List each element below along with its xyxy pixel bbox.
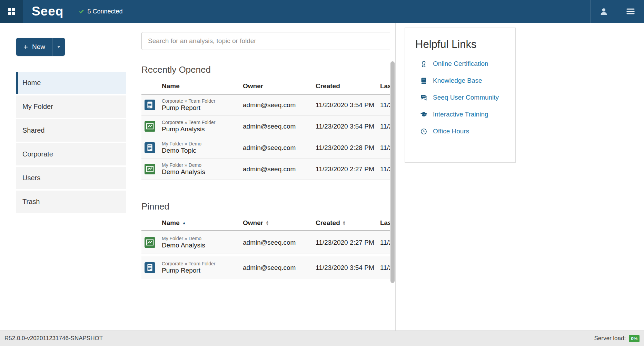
app-switcher-button[interactable] bbox=[0, 0, 23, 23]
link-office-hours[interactable]: Office Hours bbox=[420, 128, 510, 135]
sidebar-item-users[interactable]: Users bbox=[16, 167, 126, 189]
item-created: 11/23/2020 2:28 PM bbox=[316, 144, 380, 152]
item-name[interactable]: Demo Analysis bbox=[162, 242, 240, 249]
item-breadcrumb[interactable]: Corporate » Team Folder bbox=[162, 120, 240, 125]
knowledge-base-icon bbox=[420, 77, 427, 84]
item-breadcrumb[interactable]: Corporate » Team Folder bbox=[162, 261, 240, 266]
content-scrollbar[interactable] bbox=[390, 23, 396, 330]
item-name[interactable]: Pump Report bbox=[162, 104, 240, 112]
scrollbar-thumb[interactable] bbox=[390, 61, 395, 283]
hamburger-icon bbox=[626, 7, 635, 16]
item-created: 11/23/2020 3:54 PM bbox=[316, 264, 380, 272]
new-dropdown-button[interactable] bbox=[52, 38, 65, 56]
right-panel: Helpful Links Online Certification Knowl… bbox=[396, 23, 644, 330]
pinned-section-title: Pinned bbox=[141, 201, 390, 212]
item-owner: admin@seeq.com bbox=[243, 123, 316, 130]
item-owner: admin@seeq.com bbox=[243, 239, 316, 246]
caret-down-icon bbox=[57, 45, 61, 49]
item-created: 11/23/2020 3:54 PM bbox=[316, 101, 380, 109]
helpful-links-card: Helpful Links Online Certification Knowl… bbox=[405, 28, 516, 163]
hamburger-menu-button[interactable] bbox=[617, 0, 644, 23]
grid-icon bbox=[7, 7, 16, 16]
user-profile-button[interactable] bbox=[590, 0, 617, 23]
item-name[interactable]: Demo Topic bbox=[162, 147, 240, 154]
check-icon bbox=[79, 9, 84, 14]
analysis-icon bbox=[145, 237, 155, 248]
sidebar: New Home My Folder Shared Corporate bbox=[0, 23, 131, 330]
analysis-icon bbox=[145, 164, 155, 174]
link-label: Office Hours bbox=[433, 128, 469, 135]
seeq-logo[interactable]: Seeq bbox=[32, 4, 63, 19]
certification-icon bbox=[420, 60, 427, 68]
item-breadcrumb[interactable]: My Folder » Demo bbox=[162, 162, 240, 168]
sidebar-nav: Home My Folder Shared Corporate Users Tr… bbox=[0, 72, 131, 213]
item-created: 11/23/2020 3:54 PM bbox=[316, 123, 380, 130]
community-icon bbox=[420, 94, 427, 101]
sidebar-item-label: Home bbox=[22, 79, 41, 87]
office-hours-icon bbox=[420, 128, 427, 135]
item-created: 11/23/2020 2:27 PM bbox=[316, 239, 380, 246]
topic-icon bbox=[145, 142, 155, 153]
new-button-label: New bbox=[32, 43, 45, 51]
sort-icon: ▲▼ bbox=[266, 220, 269, 226]
sidebar-item-home[interactable]: Home bbox=[16, 72, 126, 94]
sidebar-item-corporate[interactable]: Corporate bbox=[16, 143, 126, 165]
link-label: Seeq User Community bbox=[433, 94, 499, 101]
sidebar-item-my-folder[interactable]: My Folder bbox=[16, 95, 126, 118]
column-header-created[interactable]: Created bbox=[316, 82, 380, 90]
item-created: 11/23/2020 2:27 PM bbox=[316, 165, 380, 173]
sidebar-item-label: Users bbox=[22, 174, 40, 182]
item-breadcrumb[interactable]: Corporate » Team Folder bbox=[162, 98, 240, 104]
analysis-icon bbox=[145, 121, 155, 132]
main-row: New Home My Folder Shared Corporate bbox=[0, 23, 644, 330]
connection-status-label: 5 Connected bbox=[87, 8, 122, 15]
connection-status[interactable]: 5 Connected bbox=[79, 8, 122, 15]
item-name[interactable]: Pump Report bbox=[162, 267, 240, 274]
user-icon bbox=[600, 7, 608, 16]
sidebar-item-trash[interactable]: Trash bbox=[16, 191, 126, 213]
statusbar: R52.0.0-v202011231746-SNAPSHOT Server lo… bbox=[0, 330, 644, 346]
sort-icon: ▲▼ bbox=[343, 220, 346, 226]
link-seeq-user-community[interactable]: Seeq User Community bbox=[420, 94, 510, 101]
new-button-group: New bbox=[16, 38, 65, 56]
sidebar-item-label: Corporate bbox=[22, 150, 53, 158]
column-header-name[interactable]: Name ▲ bbox=[162, 219, 243, 227]
column-header-owner[interactable]: Owner bbox=[243, 82, 316, 90]
link-interactive-training[interactable]: Interactive Training bbox=[420, 111, 510, 118]
recent-section-title: Recently Opened bbox=[141, 64, 390, 75]
item-breadcrumb[interactable]: My Folder » Demo bbox=[162, 236, 240, 241]
server-load-badge[interactable]: 0% bbox=[629, 335, 640, 342]
sidebar-item-label: My Folder bbox=[22, 103, 53, 111]
item-owner: admin@seeq.com bbox=[243, 264, 316, 272]
seeq-app: Seeq 5 Connected New bbox=[0, 0, 644, 346]
sort-asc-icon: ▲ bbox=[182, 221, 186, 225]
item-breadcrumb[interactable]: My Folder » Demo bbox=[162, 141, 240, 146]
main-content: Recently Opened Name Owner Created Last … bbox=[131, 23, 390, 330]
column-header-owner[interactable]: Owner ▲▼ bbox=[243, 219, 316, 227]
sidebar-item-label: Shared bbox=[22, 126, 45, 134]
item-name[interactable]: Demo Analysis bbox=[162, 168, 240, 176]
column-header-created[interactable]: Created ▲▼ bbox=[316, 219, 380, 227]
link-knowledge-base[interactable]: Knowledge Base bbox=[420, 77, 510, 84]
sidebar-item-label: Trash bbox=[22, 198, 40, 206]
topic-icon bbox=[145, 100, 155, 110]
item-owner: admin@seeq.com bbox=[243, 144, 316, 152]
helpful-links-title: Helpful Links bbox=[415, 38, 510, 51]
plus-icon bbox=[23, 44, 28, 50]
topbar: Seeq 5 Connected bbox=[0, 0, 644, 23]
server-load-label: Server load: bbox=[594, 335, 626, 342]
column-header-name[interactable]: Name bbox=[162, 82, 243, 90]
new-button[interactable]: New bbox=[16, 38, 52, 56]
item-owner: admin@seeq.com bbox=[243, 101, 316, 109]
graduation-cap-icon bbox=[420, 111, 427, 118]
item-name[interactable]: Pump Analysis bbox=[162, 125, 240, 133]
version-label: R52.0.0-v202011231746-SNAPSHOT bbox=[4, 335, 103, 342]
topic-icon bbox=[145, 262, 155, 273]
sidebar-item-shared[interactable]: Shared bbox=[16, 119, 126, 142]
link-label: Online Certification bbox=[433, 60, 488, 68]
item-owner: admin@seeq.com bbox=[243, 165, 316, 173]
link-online-certification[interactable]: Online Certification bbox=[420, 60, 510, 68]
link-label: Interactive Training bbox=[433, 111, 488, 118]
link-label: Knowledge Base bbox=[433, 77, 482, 84]
